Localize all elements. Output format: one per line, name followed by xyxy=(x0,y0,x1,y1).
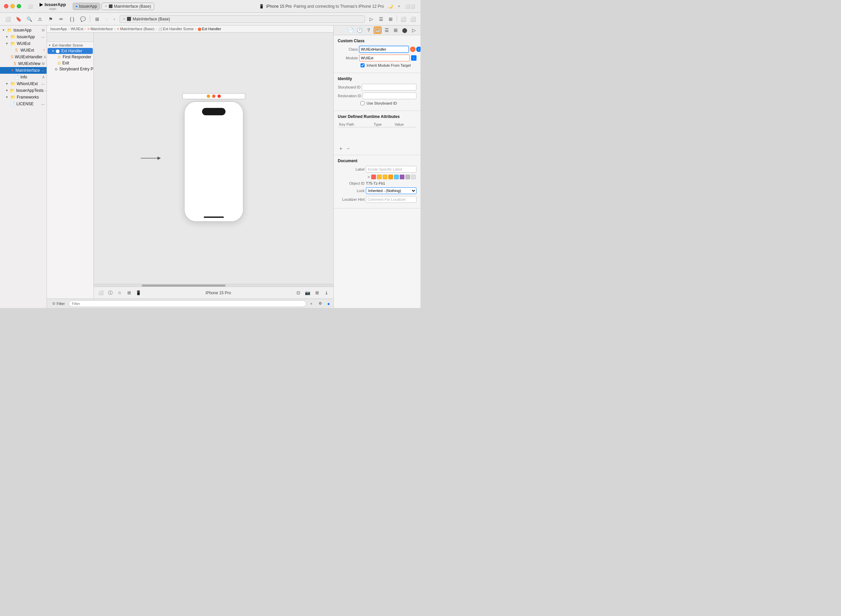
breadcrumb-ext-handler-scene[interactable]: ⬜ Ext Handler Scene xyxy=(158,27,194,31)
search-button[interactable]: 🔍 xyxy=(25,15,34,23)
filter-input[interactable] xyxy=(69,300,306,307)
run-button[interactable]: ▷ xyxy=(367,15,376,23)
color-swatch-orange[interactable] xyxy=(388,175,393,179)
breadcrumb-maininterface-base[interactable]: ✕ MainInterface (Base) xyxy=(117,27,154,31)
tree-item-first-responder[interactable]: ① First Responder xyxy=(47,54,94,60)
sidebar-item-wuiext-file[interactable]: S WUIExt ! xyxy=(0,47,47,54)
color-swatch-blue[interactable] xyxy=(394,175,399,179)
canvas-btn-square[interactable]: ⬜ xyxy=(97,289,104,296)
udra-remove-btn[interactable]: − xyxy=(345,145,351,151)
breadcrumb-issuerapp[interactable]: IssuerApp xyxy=(50,27,67,31)
sidebar-item-maininterface[interactable]: ✕ MainInterface — xyxy=(0,67,47,74)
class-info-btn[interactable]: i xyxy=(416,47,420,52)
sidebar-item-wuiextview[interactable]: S WUIExtView M xyxy=(0,60,47,67)
canvas-btn-layout[interactable]: ⊡ xyxy=(294,289,302,296)
add-tab-button[interactable]: ＋ xyxy=(396,3,402,10)
doc-label-input[interactable] xyxy=(366,166,416,173)
canvas-btn-copy[interactable]: ⊞ xyxy=(125,289,133,296)
canvas-btn-expand[interactable]: ⊞ xyxy=(313,289,321,296)
pen-button[interactable]: ✏ xyxy=(57,15,66,23)
add-btn[interactable]: + xyxy=(308,301,314,307)
scene-group-header[interactable]: ▼ Ext Handler Scene xyxy=(47,43,94,48)
sidebar-item-wnonuiext[interactable]: ▼ 📁 WNonUIExt — xyxy=(0,81,47,87)
storyboard-id-input[interactable] xyxy=(362,84,416,91)
doc-localizer-input[interactable] xyxy=(366,196,416,203)
tree-item-ext-handler[interactable]: ▼ ⬤ Ext Handler xyxy=(48,48,93,54)
chat-button[interactable]: 💬 xyxy=(78,15,87,23)
inspector-size-btn[interactable]: ⊞ xyxy=(392,26,400,34)
grid-button[interactable]: ⊞ xyxy=(93,15,101,23)
tree-item-exit[interactable]: ⊡ Exit xyxy=(47,60,94,66)
canvas-btn-star[interactable]: ☆ xyxy=(116,289,123,296)
doc-label-label: Label xyxy=(338,167,365,171)
flag-button[interactable]: ⚑ xyxy=(46,15,55,23)
use-storyboard-id-checkbox[interactable] xyxy=(360,101,365,105)
tree-item-storyboard-entry[interactable]: ⊙ Storyboard Entry Point xyxy=(47,66,94,72)
tab-maininterface[interactable]: ✕ ⬛ MainInterface (Base) xyxy=(101,3,154,10)
navigator-toggle[interactable]: ⬜ xyxy=(399,15,407,23)
project-name: IssuerApp xyxy=(45,2,66,7)
maximize-button[interactable] xyxy=(17,4,21,8)
editor-options[interactable]: ☰ xyxy=(377,15,385,23)
scrollbar-thumb[interactable] xyxy=(142,285,226,286)
udra-add-btn[interactable]: + xyxy=(338,145,344,151)
new-file-button[interactable]: ⬜ xyxy=(3,15,12,23)
tab-issuerapp[interactable]: ● IssuerApp xyxy=(73,3,100,10)
sidebar-item-license[interactable]: 📄 LICENSE — xyxy=(0,101,47,107)
bookmark-button[interactable]: 🔖 xyxy=(14,15,23,23)
canvas-options[interactable]: ⊞ xyxy=(386,15,395,23)
inspector-attributes-btn[interactable]: ☰ xyxy=(382,26,391,34)
inspector-toggle[interactable]: ⬜ xyxy=(409,15,417,23)
col-value: Value xyxy=(393,122,416,128)
class-input[interactable] xyxy=(359,46,409,53)
inspector-history-btn[interactable]: 🕐 xyxy=(356,26,363,34)
inspector-identity-btn[interactable] xyxy=(374,26,382,34)
sidebar-item-wuiext-folder[interactable]: ▼ 📁 WUIExt xyxy=(0,40,47,47)
sidebar-toggle-button[interactable]: ⬜ xyxy=(26,3,34,9)
sidebar-item-issuerapp[interactable]: ▼ 📁 IssuerApp — xyxy=(0,34,47,40)
close-button[interactable] xyxy=(4,4,8,8)
color-swatch-purple[interactable] xyxy=(400,175,404,179)
forward-button[interactable]: › xyxy=(111,16,117,22)
canvas-btn-info[interactable]: ⓘ xyxy=(107,289,114,296)
class-minus-btn[interactable]: − xyxy=(410,47,416,52)
warning-button[interactable]: ⚠ xyxy=(35,15,44,23)
inherit-module-checkbox[interactable] xyxy=(360,63,365,67)
doc-lock-select[interactable]: Inherited - (Nothing) xyxy=(366,187,416,194)
sidebar-item-info[interactable]: 📄 Info A xyxy=(0,74,47,81)
color-swatch-yellow2[interactable] xyxy=(382,175,387,179)
color-swatch-light[interactable] xyxy=(411,175,416,179)
canvas-btn-download[interactable]: ⤓ xyxy=(323,289,330,296)
inspector-connections-btn[interactable]: ⬤ xyxy=(401,26,409,34)
sidebar-label: Info xyxy=(21,75,27,79)
breadcrumb-wuiext[interactable]: WUIExt xyxy=(71,27,83,31)
color-swatch-gray[interactable] xyxy=(406,175,410,179)
sidebar-item-frameworks[interactable]: ▼ 📁 Frameworks xyxy=(0,94,47,101)
canvas-scrollbar[interactable] xyxy=(94,284,333,286)
use-storyboard-id-label: Use Storyboard ID xyxy=(366,101,397,105)
code-button[interactable]: { } xyxy=(68,15,76,23)
appearance-toggle[interactable]: 🌙 xyxy=(387,3,394,9)
settings-btn[interactable]: ⚙ xyxy=(316,301,324,307)
back-button[interactable]: ‹ xyxy=(104,16,110,22)
breadcrumb-ext-handler[interactable]: ⬤ Ext Handler xyxy=(198,27,221,31)
inspector-help-btn[interactable]: ? xyxy=(365,26,372,34)
canvas-btn-phone[interactable]: 📱 xyxy=(135,289,142,296)
canvas-area[interactable] xyxy=(94,32,333,284)
sidebar-item-issuerapp-root[interactable]: ▼ 📁 IssuerApp M xyxy=(0,27,47,34)
filter-icon-btn[interactable]: ⊙ Filter xyxy=(50,301,67,307)
module-input[interactable] xyxy=(359,55,410,61)
restoration-id-input[interactable] xyxy=(363,92,416,99)
inspector-file-btn[interactable]: 📄 xyxy=(346,26,355,34)
split-view-button[interactable]: ⬜⬜ xyxy=(404,3,416,9)
minimize-button[interactable] xyxy=(10,4,15,8)
sidebar-item-issuerapptests[interactable]: ▼ 📁 IssuerAppTests — xyxy=(0,87,47,94)
inspector-behaviors-btn[interactable]: ▷ xyxy=(410,26,418,34)
color-x-btn[interactable]: ✕ xyxy=(367,175,370,179)
canvas-btn-camera[interactable]: 📷 xyxy=(304,289,311,296)
breadcrumb-maininterface[interactable]: ✕ MainInterface xyxy=(87,27,113,31)
module-arrow-btn[interactable]: › xyxy=(411,55,416,61)
sidebar-item-wuiexthandler[interactable]: S WUIExtHandler A xyxy=(0,54,47,60)
color-swatch-red[interactable] xyxy=(371,175,376,179)
color-swatch-yellow1[interactable] xyxy=(377,175,382,179)
